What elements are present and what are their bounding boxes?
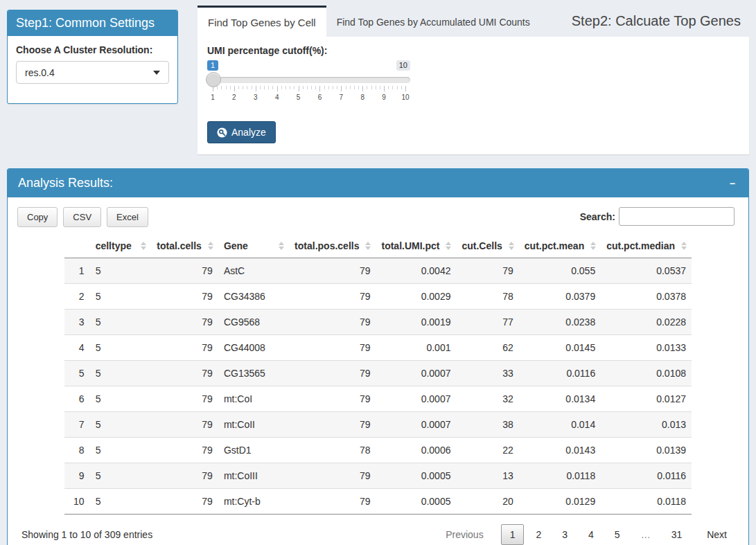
table-row: 9579mt:CoIII790.0005130.01180.0116 <box>64 463 692 489</box>
copy-button[interactable]: Copy <box>17 207 58 227</box>
cell-celltype: 5 <box>90 361 152 386</box>
cell-total-pos-cells: 79 <box>289 361 376 386</box>
slider-handle[interactable] <box>206 72 221 87</box>
cell-cut-pct-median: 0.0378 <box>601 284 692 310</box>
column-header-total-pos-cells[interactable]: total.pos.cells <box>289 234 376 258</box>
step2-title: Step2: Calcuate Top Genes <box>563 6 749 37</box>
slider-tick-minor <box>324 86 325 89</box>
step1-title: Step1: Common Settings <box>16 16 155 30</box>
umi-cutoff-slider: 1 10 12345678910 <box>207 59 410 113</box>
pagination-page-2[interactable]: 2 <box>527 524 550 545</box>
slider-tick-label: 4 <box>275 93 279 101</box>
slider-tick-minor <box>252 86 252 89</box>
column-header-cut-pct-median[interactable]: cut.pct.median <box>601 234 692 258</box>
cell-total-umi-pct: 0.0042 <box>376 258 456 284</box>
column-header-total-cells[interactable]: total.cells <box>151 234 218 258</box>
slider-tick-minor <box>392 86 393 89</box>
slider-tick-minor <box>333 86 333 89</box>
slider-tick-minor <box>268 86 269 89</box>
analysis-results-title: Analysis Results: <box>18 176 113 190</box>
slider-tick-minor <box>401 86 402 89</box>
cell-total-cells: 79 <box>151 489 218 515</box>
pagination-previous[interactable]: Previous <box>437 524 492 545</box>
slider-tick-major <box>362 86 363 91</box>
column-header-celltype[interactable]: celltype <box>90 234 152 258</box>
slider-tick-minor <box>307 86 308 89</box>
slider-tick-minor <box>337 86 337 89</box>
tab-find-top-genes-by-umi-counts[interactable]: Find Top Genes by Accumulated UMI Counts <box>326 6 540 37</box>
slider-tick-minor <box>397 86 398 89</box>
slider-track[interactable] <box>207 77 410 83</box>
pagination-page-1[interactable]: 1 <box>501 524 525 545</box>
pagination-page-31[interactable]: 31 <box>662 524 692 545</box>
collapse-minus-icon[interactable]: − <box>727 178 738 189</box>
cell-total-pos-cells: 79 <box>289 310 376 335</box>
cell-total-pos-cells: 79 <box>289 335 376 361</box>
column-header-cut-pct-mean[interactable]: cut.pct.mean <box>519 234 601 258</box>
cell-celltype: 5 <box>90 463 152 489</box>
row-number: 3 <box>64 310 90 335</box>
tab-content: UMI percentage cutoff(%): 1 10 123456789… <box>197 37 749 154</box>
cell-celltype: 5 <box>90 412 152 438</box>
table-row: 1579AstC790.0042790.0550.0537 <box>64 258 692 284</box>
slider-tick-label: 7 <box>340 93 344 101</box>
slider-tick-minor <box>367 86 367 89</box>
cell-gene: CG44008 <box>218 335 289 361</box>
tab-find-top-genes-by-cell[interactable]: Find Top Genes by Cell <box>197 6 326 37</box>
cell-celltype: 5 <box>90 310 152 335</box>
pagination-page-3[interactable]: 3 <box>553 524 577 545</box>
slider-tick-major <box>405 86 406 91</box>
pagination-next[interactable]: Next <box>698 524 736 545</box>
cell-cut-cells: 22 <box>456 438 518 463</box>
cell-total-umi-pct: 0.0007 <box>376 412 456 438</box>
slider-tick-minor <box>380 86 380 89</box>
cell-cut-pct-median: 0.0133 <box>601 335 692 361</box>
slider-tick-minor <box>328 86 329 89</box>
cell-cut-pct-median: 0.0118 <box>601 489 692 515</box>
excel-button[interactable]: Excel <box>107 207 148 227</box>
cell-cut-pct-mean: 0.0134 <box>519 386 601 412</box>
slider-tick-minor <box>388 86 389 89</box>
magnifier-icon <box>217 127 227 138</box>
slider-tick-minor <box>272 86 273 89</box>
analyze-button[interactable]: Analyze <box>207 121 276 143</box>
rownum-header <box>64 234 90 258</box>
search-input[interactable] <box>619 207 735 226</box>
column-header-gene[interactable]: Gene <box>218 234 289 258</box>
cell-total-pos-cells: 78 <box>289 438 376 463</box>
slider-tick-label: 10 <box>401 93 409 101</box>
slider-tick-major <box>213 86 213 91</box>
cell-cut-pct-median: 0.0228 <box>601 310 692 335</box>
slider-tick-minor <box>311 86 312 89</box>
slider-tick-minor <box>358 86 359 89</box>
pagination-page-4[interactable]: 4 <box>579 524 603 545</box>
analysis-results-header: Analysis Results: − <box>8 169 748 197</box>
cell-celltype: 5 <box>90 258 152 284</box>
cluster-resolution-select[interactable]: res.0.4 <box>16 61 169 84</box>
cell-gene: mt:CoI <box>218 386 289 412</box>
slider-tick-label: 1 <box>211 93 215 101</box>
slider-tick-minor <box>247 86 247 89</box>
cell-cut-pct-median: 0.013 <box>601 412 692 438</box>
cell-cut-cells: 32 <box>456 386 518 412</box>
step1-header: Step1: Common Settings <box>8 10 177 36</box>
cell-gene: mt:Cyt-b <box>218 489 289 515</box>
step2-tabbox: Find Top Genes by Cell Find Top Genes by… <box>197 6 749 154</box>
column-header-total-umi-pct[interactable]: total.UMI.pct <box>376 234 456 258</box>
export-buttons: CopyCSVExcel <box>17 207 148 227</box>
cell-cut-pct-mean: 0.014 <box>519 412 601 438</box>
sort-icon <box>365 242 371 250</box>
cell-total-umi-pct: 0.0019 <box>376 310 456 335</box>
cell-total-umi-pct: 0.0007 <box>376 386 456 412</box>
slider-tick-minor <box>371 86 372 89</box>
slider-tick-major <box>234 86 235 91</box>
cell-total-umi-pct: 0.001 <box>376 335 456 361</box>
cell-celltype: 5 <box>90 386 152 412</box>
slider-tick-minor <box>226 86 227 89</box>
cell-cut-pct-mean: 0.0118 <box>519 463 601 489</box>
csv-button[interactable]: CSV <box>63 207 101 227</box>
sort-icon <box>279 242 284 250</box>
row-number: 4 <box>64 335 90 361</box>
pagination-page-5[interactable]: 5 <box>606 524 629 545</box>
column-header-cut-cells[interactable]: cut.Cells <box>456 234 518 258</box>
